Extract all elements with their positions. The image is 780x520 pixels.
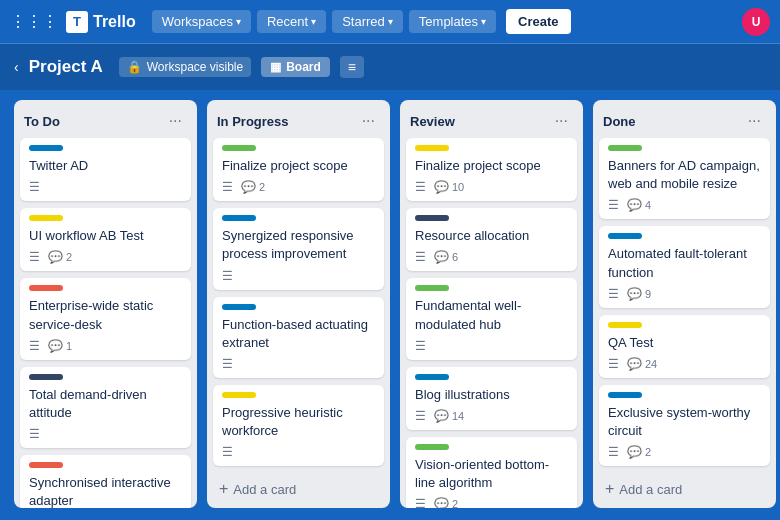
card-label — [415, 285, 449, 291]
list-icon: ☰ — [608, 357, 619, 371]
card-footer: ☰💬2 — [415, 497, 568, 508]
plus-icon: + — [219, 480, 228, 498]
add-card-button[interactable]: +Add a card — [599, 475, 770, 503]
card-title: Vision-oriented bottom-line algorithm — [415, 456, 568, 492]
chevron-down-icon: ▾ — [388, 16, 393, 27]
card-label — [29, 374, 63, 380]
trello-logo-icon: T — [66, 11, 88, 33]
card-list-icon: ☰ — [222, 357, 233, 371]
card-list-icon: ☰ — [415, 409, 426, 423]
card-label — [29, 462, 63, 468]
board-more-button[interactable]: ≡ — [340, 56, 364, 78]
column-header: Review ··· — [406, 108, 577, 138]
column-review: Review ··· Finalize project scope ☰💬10 R… — [400, 100, 583, 508]
list-icon: ☰ — [608, 445, 619, 459]
card[interactable]: Vision-oriented bottom-line algorithm ☰💬… — [406, 437, 577, 508]
card-list-icon: ☰ — [608, 445, 619, 459]
card[interactable]: Enterprise-wide static service-desk ☰💬1 — [20, 278, 191, 359]
list-icon: ☰ — [415, 497, 426, 508]
card[interactable]: Resource allocation ☰💬6 — [406, 208, 577, 271]
card-label — [415, 145, 449, 151]
card-title: UI workflow AB Test — [29, 227, 182, 245]
column-menu-button[interactable]: ··· — [550, 110, 573, 132]
card[interactable]: Fundamental well-modulated hub ☰ — [406, 278, 577, 359]
card[interactable]: Blog illustrations ☰💬14 — [406, 367, 577, 430]
add-card-button[interactable]: +Add a card — [213, 475, 384, 503]
comment-icon: 💬 — [627, 445, 642, 459]
column-menu-button[interactable]: ··· — [164, 110, 187, 132]
card-title: Twitter AD — [29, 157, 182, 175]
card-list-icon: ☰ — [29, 427, 40, 441]
column-menu-button[interactable]: ··· — [743, 110, 766, 132]
card[interactable]: Progressive heuristic workforce ☰ — [213, 385, 384, 466]
recent-button[interactable]: Recent ▾ — [257, 10, 326, 33]
card-comment-count: 💬2 — [241, 180, 265, 194]
card-label — [608, 322, 642, 328]
card-comment-count: 💬6 — [434, 250, 458, 264]
list-icon: ☰ — [29, 250, 40, 264]
column-title: To Do — [24, 114, 60, 129]
card-label — [222, 215, 256, 221]
card-list-icon: ☰ — [415, 250, 426, 264]
card-label — [415, 215, 449, 221]
card-title: Function-based actuating extranet — [222, 316, 375, 352]
card[interactable]: Finalize project scope ☰💬10 — [406, 138, 577, 201]
comment-icon: 💬 — [48, 339, 63, 353]
card-title: Resource allocation — [415, 227, 568, 245]
comment-icon: 💬 — [434, 250, 449, 264]
card-list-icon: ☰ — [222, 269, 233, 283]
column-header: In Progress ··· — [213, 108, 384, 138]
comment-icon: 💬 — [627, 357, 642, 371]
card-comment-count: 💬2 — [48, 250, 72, 264]
card[interactable]: Exclusive system-worthy circuit ☰💬2 — [599, 385, 770, 466]
create-button[interactable]: Create — [506, 9, 570, 34]
card-title: Synergized responsive process improvemen… — [222, 227, 375, 263]
card[interactable]: Synergized responsive process improvemen… — [213, 208, 384, 289]
avatar[interactable]: U — [742, 8, 770, 36]
list-icon: ☰ — [222, 357, 233, 371]
workspace-visibility[interactable]: 🔒 Workspace visible — [119, 57, 251, 77]
workspaces-button[interactable]: Workspaces ▾ — [152, 10, 251, 33]
trello-letter: T — [73, 14, 81, 29]
lock-icon: 🔒 — [127, 60, 142, 74]
card-label — [222, 145, 256, 151]
card-title: Fundamental well-modulated hub — [415, 297, 568, 333]
card[interactable]: Finalize project scope ☰💬2 — [213, 138, 384, 201]
card-footer: ☰💬2 — [29, 250, 182, 264]
back-chevron-icon[interactable]: ‹ — [14, 59, 19, 75]
card-title: QA Test — [608, 334, 761, 352]
templates-button[interactable]: Templates ▾ — [409, 10, 496, 33]
card[interactable]: UI workflow AB Test ☰💬2 — [20, 208, 191, 271]
list-icon: ☰ — [222, 445, 233, 459]
card-label — [29, 145, 63, 151]
card[interactable]: QA Test ☰💬24 — [599, 315, 770, 378]
board-body: To Do ··· Twitter AD ☰ UI workflow AB Te… — [0, 90, 780, 520]
card-footer: ☰💬2 — [608, 445, 761, 459]
column-inprogress: In Progress ··· Finalize project scope ☰… — [207, 100, 390, 508]
card-footer: ☰💬10 — [415, 180, 568, 194]
card[interactable]: Total demand-driven attitude ☰ — [20, 367, 191, 448]
grid-icon[interactable]: ⋮⋮⋮ — [10, 12, 58, 31]
card-footer: ☰💬1 — [29, 339, 182, 353]
board-view-button[interactable]: ▦ Board — [261, 57, 330, 77]
card[interactable]: Twitter AD ☰ — [20, 138, 191, 201]
board-view-label: Board — [286, 60, 321, 74]
card[interactable]: Synchronised interactive adapter ☰💬2 — [20, 455, 191, 508]
card-footer: ☰ — [415, 339, 568, 353]
column-header: Done ··· — [599, 108, 770, 138]
list-icon: ☰ — [222, 269, 233, 283]
comment-icon: 💬 — [434, 180, 449, 194]
board-icon: ▦ — [270, 60, 281, 74]
card[interactable]: Function-based actuating extranet ☰ — [213, 297, 384, 378]
column-menu-button[interactable]: ··· — [357, 110, 380, 132]
list-icon: ☰ — [29, 180, 40, 194]
card-title: Finalize project scope — [415, 157, 568, 175]
card-list-icon: ☰ — [415, 180, 426, 194]
card[interactable]: Banners for AD campaign, web and mobile … — [599, 138, 770, 219]
card-list-icon: ☰ — [222, 180, 233, 194]
card[interactable]: Automated fault-tolerant function ☰💬9 — [599, 226, 770, 307]
starred-button[interactable]: Starred ▾ — [332, 10, 403, 33]
trello-logo[interactable]: T Trello — [66, 11, 136, 33]
list-icon: ☰ — [415, 339, 426, 353]
card-list-icon: ☰ — [608, 287, 619, 301]
